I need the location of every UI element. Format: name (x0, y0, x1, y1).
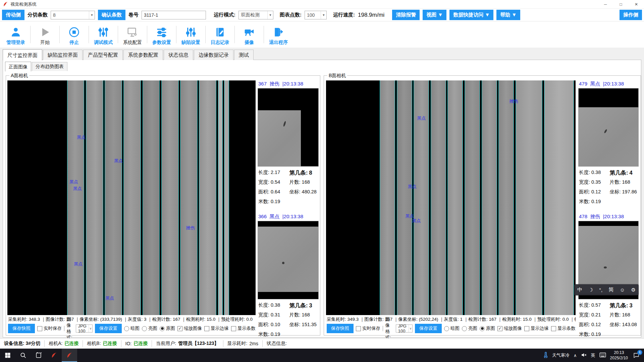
save-snapshot-button[interactable]: 保存快照 (327, 324, 354, 333)
clear-alarm-button[interactable]: 清除报警 (392, 10, 420, 20)
language-indicator[interactable]: 英 (591, 352, 595, 358)
radio-icon (444, 326, 449, 331)
defect-card[interactable]: 366 黑点 |20:13:38 长度:0.38 宽度:0.31 面积:0.10… (258, 213, 319, 342)
tab-test[interactable]: 测试 (234, 50, 254, 60)
transmission-side-button[interactable]: 传动侧 (2, 10, 24, 20)
defect-stats: 长度:0.38 宽度:0.35 面积:0.12 米数:0.19 第几条:4 片数… (578, 167, 639, 209)
tab-defect-monitor[interactable]: 缺陷监控界面 (43, 50, 83, 60)
chart-points-select[interactable]: 100 ▼ (305, 11, 327, 19)
weather-text[interactable]: 天气寒冷 (552, 352, 570, 358)
log-book-icon (214, 26, 226, 38)
stat-label: 坐标: (289, 322, 301, 327)
pinned-app-icon[interactable] (46, 349, 62, 362)
defect-card[interactable]: 367 挫伤 |20:13:38 长度:2.17 宽度:0.54 面积:0.64… (258, 80, 319, 209)
defect-card-header: 478 挫伤 |20:13:38 (578, 213, 639, 221)
thumb-material (579, 226, 638, 294)
taskbar-clock[interactable]: 20:13 2025/2/10 (610, 350, 628, 361)
ime-punctuation-toggle[interactable]: °, (598, 287, 603, 293)
tab-trend-chart[interactable]: 分布趋势图表 (32, 62, 67, 71)
show-strips-checkbox[interactable]: 显示条数 (231, 325, 256, 331)
ime-settings-gear-icon[interactable]: ⚙ (630, 287, 636, 293)
roll-input[interactable] (142, 11, 206, 19)
tool-label: 停止 (69, 40, 79, 46)
show-edge-checkbox[interactable]: 显示边缘 (204, 325, 229, 331)
save-settings-button[interactable]: 保存设置 (95, 324, 122, 333)
view-menu-button[interactable]: 视图 ▼ (423, 10, 446, 20)
bright-image-radio[interactable]: 亮图 (462, 325, 477, 331)
strip (105, 80, 122, 315)
defect-card[interactable]: 478 挫伤 |20:13:38 长度:0.57 宽度:0.21 面积:0.12… (578, 213, 639, 342)
defect-thumbnail[interactable] (578, 88, 639, 167)
tray-expand-caret[interactable]: ∧ (574, 353, 577, 358)
original-image-radio[interactable]: 原图 (480, 325, 495, 331)
realtime-save-checkbox[interactable]: 实时保存 (37, 325, 62, 331)
tab-system-param-config[interactable]: 系统参数配置 (123, 50, 163, 60)
stat-label: 片数: (289, 179, 301, 185)
thermometer-icon[interactable] (543, 352, 548, 359)
defect-card[interactable]: 479 黑点 |20:13:38 长度:0.38 宽度:0.35 面积:0.12… (578, 80, 639, 209)
original-image-radio[interactable]: 原图 (160, 325, 175, 331)
run-mode-select[interactable]: 双面检测 ▼ (238, 11, 273, 19)
stat-label: 片数: (610, 312, 621, 317)
stat-label: 长度: (579, 170, 590, 175)
tool-parameter-settings[interactable]: 参数设置 (147, 23, 176, 46)
strip (199, 80, 216, 315)
touch-keyboard-icon[interactable] (599, 352, 606, 359)
tool-log-record[interactable]: 日志记录 (206, 23, 234, 46)
confirm-count-button[interactable]: 确认条数 (98, 10, 125, 20)
stat-label: 坐标: (610, 189, 621, 194)
bright-image-radio[interactable]: 亮图 (142, 325, 157, 331)
tool-exit[interactable]: 退出程序 (264, 23, 293, 46)
speaker-muted-icon[interactable] (581, 352, 587, 359)
camera-a-image[interactable]: 黑点 黑点 黑点 黑点 挫伤 黑点 黑点 (7, 80, 256, 315)
image-format-select[interactable]: JPG 100 ∨ (76, 324, 93, 333)
operation-side-button[interactable]: 操作侧 (620, 10, 642, 20)
tool-start[interactable]: 开始 (31, 23, 59, 46)
close-button[interactable]: ✕ (629, 0, 644, 8)
tab-front-image[interactable]: 正面图像 (5, 62, 31, 71)
tab-status-info[interactable]: 状态信息 (164, 50, 193, 60)
dark-image-radio[interactable]: 暗图 (124, 325, 140, 331)
search-icon[interactable] (15, 349, 31, 362)
task-view-icon[interactable] (31, 349, 46, 362)
help-menu-button[interactable]: 帮助 ▼ (496, 10, 520, 20)
strip-count-select[interactable]: 8 ▼ (51, 11, 95, 19)
save-settings-button[interactable]: 保存设置 (415, 324, 442, 333)
tab-size-monitor[interactable]: 尺寸监控界面 (3, 49, 42, 60)
tab-product-model-config[interactable]: 产品型号配置 (83, 50, 123, 60)
camera-b-image[interactable]: 挫伤 黑点 黑点 黑点 黑点 (326, 80, 576, 315)
tool-manage-login[interactable]: 管理登录 (1, 23, 30, 46)
defect-thumbnail[interactable] (258, 88, 319, 167)
image-format-select[interactable]: JPG 100 ∨ (396, 324, 413, 333)
tab-edge-data-record[interactable]: 边缘数据记录 (194, 50, 233, 60)
ime-chinese-toggle[interactable]: 中 (577, 287, 583, 293)
image-format-value: JPG 100 (78, 323, 89, 334)
running-app-icon[interactable] (62, 349, 77, 362)
save-snapshot-button[interactable]: 保存快照 (8, 324, 35, 333)
tool-debug-mode[interactable]: 调试模式 (89, 23, 118, 46)
tool-stop[interactable]: 停止 (60, 23, 89, 46)
taskbar-time: 20:13 (610, 350, 628, 355)
dark-image-radio[interactable]: 暗图 (444, 325, 460, 331)
zoom-image-checkbox[interactable]: ✓缩放图像 (177, 325, 202, 331)
tool-system-config[interactable]: 系统配置 (118, 23, 147, 46)
ime-emoji-icon[interactable]: ☺ (619, 287, 626, 293)
notification-center-icon[interactable]: 6 (632, 351, 641, 360)
tool-defect-settings[interactable]: 缺陷设置 (176, 23, 205, 46)
system-tray: 天气寒冷 ∧ 英 20:13 2025/2/10 6 (543, 350, 644, 361)
io-status-label: IO: (125, 341, 132, 346)
tool-capture[interactable]: 摄像 (235, 23, 264, 46)
defect-thumbnail[interactable] (258, 221, 319, 299)
minimize-button[interactable]: ─ (598, 0, 613, 8)
ime-moon-icon[interactable]: ☽ (588, 287, 593, 293)
data-quick-access-button[interactable]: 数据快捷访问 ▼ (449, 10, 493, 20)
zoom-image-checkbox[interactable]: ✓缩放图像 (497, 325, 522, 331)
ime-simplified-toggle[interactable]: 简 (608, 287, 614, 293)
chart-points-value: 100 (307, 12, 315, 18)
start-button[interactable] (0, 349, 15, 362)
show-edge-checkbox[interactable]: 显示边缘 (524, 325, 549, 331)
realtime-save-checkbox[interactable]: 实时保存 (356, 325, 380, 331)
maximize-button[interactable]: □ (613, 0, 629, 8)
show-strips-checkbox[interactable]: 显示条数 (551, 325, 576, 331)
radio-label: 原图 (486, 325, 495, 331)
